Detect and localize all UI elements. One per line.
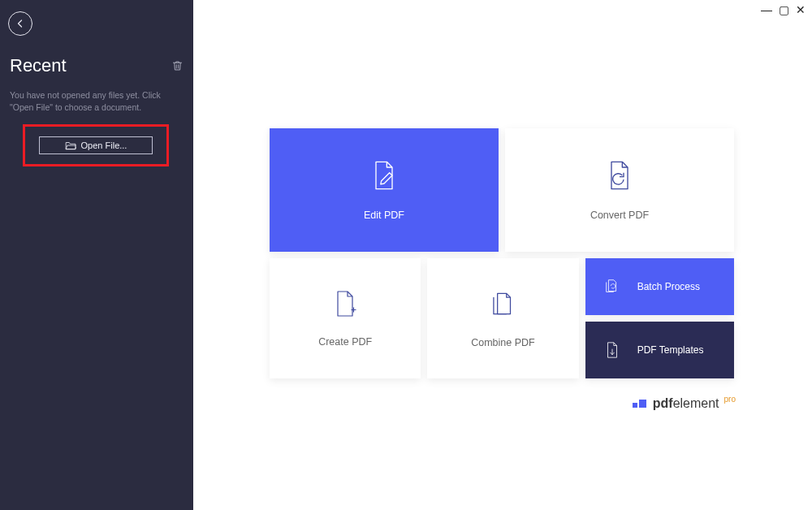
tutorial-highlight: Open File... [23,124,169,166]
brand-text-1: pdf [653,396,673,410]
open-file-button[interactable]: Open File... [39,136,153,154]
open-file-label: Open File... [81,140,127,150]
brand-logo: pdfelement pro [633,396,736,411]
brand-mark-icon [633,400,646,408]
edit-pdf-label: Edit PDF [364,210,404,221]
combine-pdf-card[interactable]: Combine PDF [427,258,578,378]
pdf-templates-icon [603,341,621,359]
convert-pdf-label: Convert PDF [590,210,649,221]
create-pdf-card[interactable]: Create PDF [270,258,421,378]
main-panel: Edit PDF Convert PDF Create PDF [193,0,812,510]
clear-recent-button[interactable] [171,59,184,72]
batch-process-icon [603,278,621,296]
maximize-button[interactable]: ▢ [779,3,789,16]
convert-pdf-icon [603,159,636,192]
batch-process-card[interactable]: Batch Process [585,258,734,315]
window-controls: — ▢ ✕ [761,3,806,16]
folder-open-icon [65,140,76,150]
convert-pdf-card[interactable]: Convert PDF [505,128,734,252]
close-button[interactable]: ✕ [796,3,806,16]
create-pdf-icon [330,289,360,318]
combine-pdf-label: Combine PDF [471,337,535,348]
action-grid: Edit PDF Convert PDF Create PDF [270,128,734,378]
combine-pdf-icon [487,288,518,319]
trash-icon [171,59,184,72]
recent-empty-hint: You have not opened any files yet. Click… [10,89,184,113]
sidebar: Recent You have not opened any files yet… [0,0,193,510]
edit-pdf-icon [368,159,400,192]
chevron-left-icon [15,19,25,28]
back-button[interactable] [8,11,32,36]
brand-pro-badge: pro [724,395,736,404]
edit-pdf-card[interactable]: Edit PDF [270,128,499,252]
recent-heading: Recent [10,55,67,76]
brand-text-2: element [673,396,719,410]
minimize-button[interactable]: — [761,3,772,16]
create-pdf-label: Create PDF [318,336,372,348]
pdf-templates-label: PDF Templates [637,344,704,356]
pdf-templates-card[interactable]: PDF Templates [585,322,734,378]
batch-process-label: Batch Process [637,281,700,292]
